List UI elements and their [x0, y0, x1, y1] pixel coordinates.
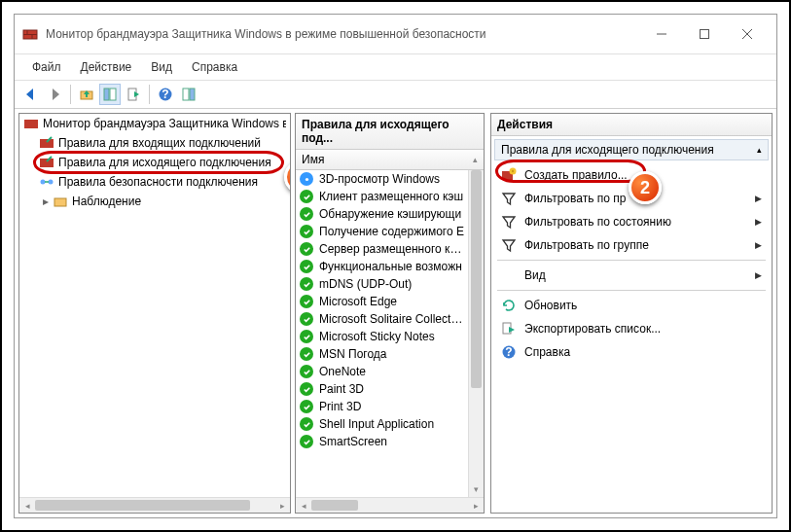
scroll-down-icon[interactable]: ▾ — [469, 481, 484, 497]
vertical-scrollbar[interactable]: ▾ — [468, 170, 484, 497]
rule-name: Print 3D — [319, 400, 361, 413]
rule-row[interactable]: Microsoft Edge — [296, 293, 468, 310]
svg-rect-18 — [40, 139, 54, 148]
svg-rect-11 — [110, 89, 116, 100]
rule-row[interactable]: Paint 3D — [296, 380, 468, 398]
firewall-icon — [23, 116, 39, 131]
rule-row[interactable]: Сервер размещенного кэш — [296, 240, 468, 258]
minimize-button[interactable] — [640, 20, 683, 48]
close-button[interactable] — [726, 20, 769, 48]
check-icon — [300, 242, 313, 256]
action-view[interactable]: Вид ▶ — [491, 264, 772, 287]
menu-file[interactable]: Файл — [22, 56, 71, 78]
horizontal-scrollbar[interactable]: ◂ ▸ — [19, 497, 290, 513]
tree-label: Правила для исходящего подключения — [58, 156, 271, 169]
tree-monitoring[interactable]: ▸ Наблюдение — [19, 192, 290, 211]
step-badge-2: 2 — [629, 171, 662, 204]
rule-row[interactable]: Shell Input Application — [296, 415, 468, 433]
tree-inbound-rules[interactable]: Правила для входящих подключений — [19, 133, 290, 153]
action-label: Фильтровать по состоянию — [524, 215, 671, 229]
rule-name: Microsoft Solitaire Collection — [319, 312, 464, 326]
rule-row[interactable]: mDNS (UDP-Out) — [296, 275, 468, 293]
rule-row[interactable]: Обнаружение кэширующи — [296, 205, 468, 223]
show-hide-tree-button[interactable] — [99, 84, 121, 105]
svg-point-21 — [49, 180, 54, 185]
rule-row[interactable]: Microsoft Sticky Notes — [296, 328, 468, 345]
forward-button[interactable] — [44, 84, 65, 105]
actions-section-header: Правила для исходящего подключения ▴ — [494, 139, 769, 160]
rule-row[interactable]: OneNote — [296, 363, 468, 380]
filter-icon — [501, 214, 517, 230]
actions-header-text: Действия — [497, 118, 553, 131]
show-hide-actions-button[interactable] — [178, 84, 199, 105]
separator — [70, 85, 71, 104]
action-filter-state[interactable]: Фильтровать по состоянию ▶ — [491, 210, 772, 233]
svg-point-20 — [41, 180, 46, 185]
tree-connection-security[interactable]: Правила безопасности подключения — [19, 172, 290, 192]
scroll-up-icon[interactable]: ▴ — [473, 155, 478, 164]
rules-header: Правила для исходящего под... — [296, 114, 484, 150]
maximize-button[interactable] — [683, 20, 726, 48]
check-icon — [300, 190, 313, 203]
menu-help[interactable]: Справка — [182, 56, 247, 78]
rule-name: MSN Погода — [319, 347, 387, 361]
tree-root[interactable]: Монитор брандмауэра Защитника Windows в — [19, 114, 290, 133]
rule-row[interactable]: MSN Погода — [296, 345, 468, 363]
tree-outbound-rules[interactable]: Правила для исходящего подключения — [19, 153, 290, 172]
scroll-left-icon[interactable]: ◂ — [296, 498, 311, 513]
check-icon — [300, 382, 313, 396]
column-name: Имя — [302, 153, 324, 166]
svg-point-25 — [305, 177, 307, 180]
svg-rect-17 — [24, 120, 38, 128]
menu-action[interactable]: Действие — [71, 56, 142, 78]
app-icon — [22, 26, 38, 42]
rule-name: OneNote — [319, 365, 366, 378]
collapse-icon[interactable]: ▴ — [757, 145, 762, 155]
rule-row[interactable]: Функциональные возможн — [296, 258, 468, 275]
main-panes: Монитор брандмауэра Защитника Windows в … — [15, 109, 776, 517]
back-button[interactable] — [20, 84, 42, 105]
inbound-icon — [39, 135, 54, 151]
rule-row[interactable]: Microsoft Solitaire Collection — [296, 310, 468, 328]
rule-row[interactable]: Print 3D — [296, 398, 468, 415]
rule-name: Получение содержимого E — [319, 225, 464, 238]
submenu-arrow-icon: ▶ — [755, 217, 762, 227]
action-label: Обновить — [524, 299, 577, 312]
rule-name: Функциональные возможн — [319, 260, 462, 273]
check-icon — [300, 277, 313, 291]
window-title: Монитор брандмауэра Защитника Windows в … — [46, 27, 640, 41]
rules-list: 3D-просмотр WindowsКлиент размещенного к… — [296, 170, 484, 497]
rule-row[interactable]: Клиент размещенного кэш — [296, 188, 468, 205]
check-icon — [300, 295, 313, 308]
expand-icon[interactable]: ▸ — [39, 195, 53, 208]
scroll-right-icon[interactable]: ▸ — [274, 498, 290, 513]
action-label: Создать правило... — [524, 168, 628, 182]
check-icon — [300, 435, 313, 448]
tree-label: Наблюдение — [72, 195, 141, 208]
connsec-icon — [39, 174, 54, 190]
rule-name: Paint 3D — [319, 382, 364, 396]
help-button[interactable]: ? — [155, 84, 176, 105]
svg-rect-10 — [104, 89, 109, 100]
export-button[interactable] — [123, 84, 144, 105]
action-export[interactable]: Экспортировать список... — [491, 317, 772, 340]
filter-icon — [501, 191, 517, 206]
action-filter-group[interactable]: Фильтровать по группе ▶ — [491, 233, 772, 257]
scroll-right-icon[interactable]: ▸ — [468, 498, 484, 513]
svg-rect-19 — [40, 159, 54, 167]
rule-row[interactable]: 3D-просмотр Windows — [296, 170, 468, 188]
action-refresh[interactable]: Обновить — [491, 294, 772, 317]
horizontal-scrollbar[interactable]: ◂ ▸ — [296, 497, 484, 513]
rule-name: Microsoft Edge — [319, 295, 397, 308]
up-folder-button[interactable] — [76, 84, 97, 105]
scroll-left-icon[interactable]: ◂ — [19, 498, 35, 513]
action-label: Фильтровать по пр — [524, 192, 626, 205]
rule-row[interactable]: SmartScreen — [296, 433, 468, 450]
menu-view[interactable]: Вид — [141, 56, 182, 78]
rules-column-header[interactable]: Имя ▴ — [296, 150, 484, 170]
svg-rect-6 — [701, 30, 709, 39]
rule-name: Shell Input Application — [319, 417, 434, 431]
tree-label: Монитор брандмауэра Защитника Windows в — [43, 117, 286, 130]
action-help[interactable]: ? Справка — [491, 340, 772, 364]
rule-row[interactable]: Получение содержимого E — [296, 223, 468, 240]
